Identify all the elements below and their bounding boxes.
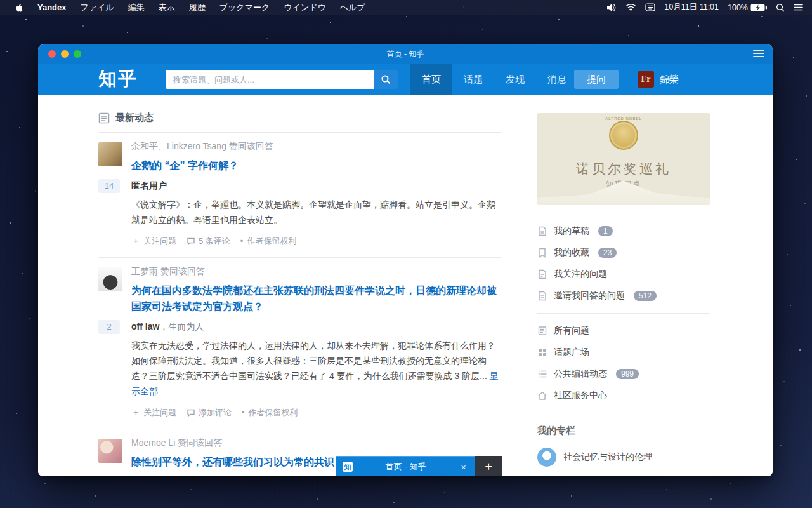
author-name[interactable]: 匿名用户 xyxy=(131,180,167,190)
spotlight-icon[interactable] xyxy=(776,3,785,12)
nav-topics[interactable]: 话题 xyxy=(452,64,494,95)
banner-title: 诺贝尔奖巡礼 xyxy=(537,160,710,178)
sidebar-item-community-center[interactable]: 社区服务中心 xyxy=(537,385,710,406)
zhihu-header: 知乎 首页 话题 发现 消息 提问 Fr 錦榮 xyxy=(38,64,773,95)
input-source-icon[interactable] xyxy=(645,3,655,11)
app-menu-yandex[interactable]: Yandex xyxy=(30,3,74,12)
plus-icon: ＋ xyxy=(131,407,140,418)
battery-indicator[interactable]: 100% xyxy=(728,3,767,12)
menu-file[interactable]: ファイル xyxy=(74,2,121,13)
vote-count[interactable]: 14 xyxy=(98,179,120,193)
minimize-window-button[interactable] xyxy=(61,50,69,58)
apple-icon xyxy=(15,3,23,13)
column-item[interactable]: 社会记忆与设计的伦理 xyxy=(537,448,710,467)
my-columns-header: 我的专栏 xyxy=(537,425,710,437)
answer-author-avatar[interactable] xyxy=(98,267,122,291)
follow-question-button[interactable]: ＋ 关注问题 xyxy=(131,236,176,247)
follow-label: 关注问题 xyxy=(143,407,176,418)
tab-title: 首页 - 知乎 xyxy=(358,461,454,472)
window-titlebar[interactable]: 首页 - 知乎 xyxy=(38,44,773,64)
wifi-icon[interactable] xyxy=(625,3,636,11)
menu-history[interactable]: 履歴 xyxy=(182,2,213,13)
count-badge: 1 xyxy=(598,226,613,236)
nav-explore[interactable]: 发现 xyxy=(494,64,536,95)
zoom-window-button[interactable] xyxy=(74,50,81,58)
feed-item-meta: 余和平、Linkzero Tsang 赞同该回答 xyxy=(131,141,501,152)
browser-tab[interactable]: 知 首页 - 知乎 × xyxy=(336,456,475,476)
answer-excerpt: 我实在无法忍受，学过法律的人，运用法律的人，却从来不去理解，犯罪论体系有什么作用… xyxy=(131,338,501,399)
comment-icon xyxy=(187,408,195,417)
answer-author-row: 14 匿名用户 xyxy=(131,180,501,192)
menu-window[interactable]: ウインドウ xyxy=(277,2,333,13)
home-icon xyxy=(537,391,547,401)
count-badge: 999 xyxy=(616,369,639,379)
comments-label: 5 条评论 xyxy=(199,236,230,247)
question-title-link[interactable]: 为何在国内多数法学院都还在主张苏联的刑法四要件学说之时，日德的新理论却被国家司法… xyxy=(131,283,501,315)
new-tab-button[interactable]: ＋ xyxy=(475,456,502,476)
sidebar-item-all-questions[interactable]: 所有问题 xyxy=(537,320,710,342)
menu-help[interactable]: ヘルプ xyxy=(333,2,372,13)
vote-count[interactable]: 2 xyxy=(98,320,120,334)
macos-menubar: Yandex ファイル 編集 表示 履歴 ブックマーク ウインドウ ヘルプ 10… xyxy=(0,0,812,15)
list-icon xyxy=(537,369,547,379)
bullet-icon: • xyxy=(240,236,244,246)
personal-links: 我的草稿 1 我的收藏 23 我关注的问题 xyxy=(537,220,710,307)
follow-question-button[interactable]: ＋ 关注问题 xyxy=(131,407,176,418)
feed-item-actions: ＋ 关注问题 5 条评论 • 作者保留权利 xyxy=(131,236,501,247)
sidebar-item-public-edits[interactable]: 公共编辑动态 999 xyxy=(537,363,710,385)
ask-question-button[interactable]: 提问 xyxy=(574,70,619,89)
user-avatar[interactable]: Fr xyxy=(638,71,654,88)
volume-icon[interactable] xyxy=(606,3,617,12)
zhihu-logo[interactable]: 知乎 xyxy=(98,67,138,92)
apple-menu[interactable] xyxy=(8,3,30,13)
column-avatar xyxy=(537,448,556,467)
menubar-status-area: 10月11日 11:01 100% xyxy=(606,2,812,13)
answer-author-avatar[interactable] xyxy=(98,439,122,463)
feed-column: 最新动态 余和平、Linkzero Tsang 赞同该回答 企鹅的 “企” 字作… xyxy=(98,95,501,476)
bookmark-icon xyxy=(537,248,547,258)
answer-author-avatar[interactable] xyxy=(98,142,122,166)
close-window-button[interactable] xyxy=(48,50,56,58)
search-button[interactable] xyxy=(374,70,398,89)
feed-icon xyxy=(98,112,110,124)
tab-close-icon[interactable]: × xyxy=(459,462,468,472)
menubar-clock[interactable]: 10月11日 11:01 xyxy=(664,2,719,13)
copyright-notice: • 作者保留权利 xyxy=(242,407,298,418)
nav-home[interactable]: 首页 xyxy=(410,64,452,95)
menu-view[interactable]: 表示 xyxy=(152,2,182,13)
window-title: 首页 - 知乎 xyxy=(387,49,424,60)
browser-tabbar: 知 首页 - 知乎 × ＋ xyxy=(336,456,502,476)
author-bio: ，生而为人 xyxy=(159,321,204,331)
question-title-link[interactable]: 企鹅的 “企” 字作何解？ xyxy=(131,158,501,174)
sidebar-item-label: 邀请我回答的问题 xyxy=(554,290,625,302)
browser-menu-icon[interactable] xyxy=(753,50,764,59)
nav-messages[interactable]: 消息 xyxy=(536,64,578,95)
comments-label: 添加评论 xyxy=(199,407,232,418)
user-menu[interactable]: Fr 錦榮 xyxy=(638,71,679,88)
sidebar-item-label: 我的收藏 xyxy=(554,247,589,258)
sidebar-item-invited-questions[interactable]: 邀请我回答的问题 512 xyxy=(537,285,710,307)
feed-item-meta: 王梦雨 赞同该回答 xyxy=(131,266,501,277)
sidebar-item-followed-questions[interactable]: 我关注的问题 xyxy=(537,264,710,285)
medal-text: ALFRED NOBEL xyxy=(537,117,710,121)
nobel-banner[interactable]: ALFRED NOBEL 诺贝尔奖巡礼 知乎圆桌 xyxy=(537,113,710,205)
excerpt-text: 我实在无法忍受，学过法律的人，运用法律的人，却从来不去理解，犯罪论体系有什么作用… xyxy=(131,340,495,381)
search-icon xyxy=(381,74,391,84)
tab-favicon: 知 xyxy=(343,462,353,472)
feed-header-label: 最新动态 xyxy=(115,112,154,124)
sidebar-item-label: 话题广场 xyxy=(554,347,589,358)
vote-count[interactable]: 17 xyxy=(98,476,120,476)
menu-bookmarks[interactable]: ブックマーク xyxy=(213,2,277,13)
notification-center-icon[interactable] xyxy=(794,4,803,11)
sidebar-item-collections[interactable]: 我的收藏 23 xyxy=(537,242,710,264)
sidebar-item-label: 我关注的问题 xyxy=(554,269,607,280)
search-input[interactable] xyxy=(166,70,374,89)
sidebar-item-topic-square[interactable]: 话题广场 xyxy=(537,342,710,363)
question-doc-icon xyxy=(537,269,547,279)
add-comment-button[interactable]: 添加评论 xyxy=(187,407,232,418)
comments-button[interactable]: 5 条评论 xyxy=(187,236,230,247)
menu-edit[interactable]: 編集 xyxy=(121,2,152,13)
menubar-menus: Yandex ファイル 編集 表示 履歴 ブックマーク ウインドウ ヘルプ xyxy=(0,2,372,13)
author-name[interactable]: off law xyxy=(131,321,159,331)
sidebar-item-drafts[interactable]: 我的草稿 1 xyxy=(537,220,710,242)
